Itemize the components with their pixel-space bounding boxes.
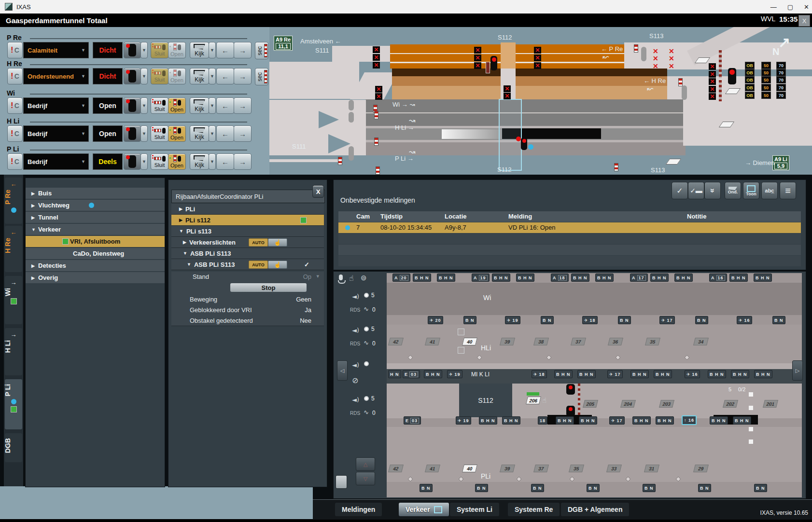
alarm-c-button[interactable]: !C (7, 125, 23, 142)
detail-node-asb-pli-s113[interactable]: ▼ASB PLi S113 (171, 248, 324, 259)
traffic-light-dropdown[interactable]: ▼ (140, 97, 148, 114)
sidebar-tab-hre[interactable]: ←H Re (5, 226, 22, 272)
open-button[interactable]: Open (168, 42, 186, 58)
detector-checkbox[interactable] (458, 329, 464, 335)
sluit-button[interactable]: Sluit (151, 153, 168, 170)
speaker-icon[interactable]: ◄) (352, 327, 359, 334)
minimize-button[interactable]: — (770, 3, 777, 11)
detail-panel-close-button[interactable]: X (312, 185, 324, 198)
tree-item-verkeer[interactable]: ▼Verkeer (26, 224, 165, 235)
toon-button[interactable]: Toon (743, 182, 759, 199)
mode-dropdown[interactable]: Calamiteit▼ (23, 42, 89, 58)
tree-item-vluchtweg[interactable]: ▶Vluchtweg (26, 200, 165, 211)
scroll-down-button[interactable]: ▽ (356, 472, 375, 485)
column-header-notitie[interactable]: Notitie (687, 213, 706, 220)
alarm-c-button[interactable]: !C (7, 42, 23, 58)
kijk-dropdown[interactable]: ▼ (209, 68, 216, 84)
sluit-button[interactable]: Sluit (151, 125, 168, 142)
prev-camera-button[interactable]: ← (216, 97, 234, 114)
mode-dropdown[interactable]: Bedrijf▼ (23, 97, 89, 114)
tree-item-buis[interactable]: ▶Buis (26, 188, 165, 199)
tree-item-overig[interactable]: ▶Overig (26, 272, 165, 283)
column-header-melding[interactable]: Melding (508, 213, 532, 220)
alarm-c-button[interactable]: !C (7, 68, 23, 84)
sidebar-tab-pre[interactable]: ←P Re (5, 178, 22, 224)
detail-node-pli-s113[interactable]: ▼PLi s113 (171, 226, 324, 237)
stand-dropdown-icon[interactable]: ▾ (316, 273, 319, 279)
traffic-light-dropdown[interactable]: ▼ (140, 153, 148, 170)
menu-button[interactable]: ≡ (780, 182, 796, 199)
sluit-button[interactable]: Sluit (151, 68, 168, 84)
detail-node-asb-pli-s113[interactable]: ▼ASB PLi S113AUTO☝✓ (171, 259, 324, 270)
abc-button[interactable]: abc̲ (761, 182, 778, 199)
speaker-icon[interactable]: ◄) (352, 293, 359, 300)
next-camera-button[interactable]: → (234, 68, 252, 84)
traffic-light-button[interactable] (124, 68, 141, 84)
ack-selected-button[interactable]: ✓▬ (688, 182, 704, 199)
alarm-c-button[interactable]: !C (7, 153, 23, 170)
kijk-button[interactable]: Kijk (190, 125, 209, 142)
scroll-right-button[interactable]: ▷ (792, 360, 803, 381)
manual-hand-button[interactable]: ☝ (268, 238, 287, 247)
traffic-light-button[interactable] (124, 153, 141, 170)
speaker-icon[interactable]: ◄) (352, 396, 359, 403)
bottom-tab-verkeer[interactable]: Verkeer (399, 503, 449, 516)
scroll-up-button[interactable]: △ (356, 457, 375, 471)
scroll-left-button[interactable]: ◁ (337, 360, 348, 381)
sluit-button[interactable]: Sluit (151, 42, 168, 58)
column-header-locatie[interactable]: Locatie (445, 213, 467, 220)
next-camera-button[interactable]: → (234, 125, 252, 142)
kijk-dropdown[interactable]: ▼ (209, 153, 216, 170)
detail-node-verkeerslichten[interactable]: ▶VerkeerslichtenAUTO☝ (171, 237, 324, 248)
selected-section-box[interactable] (499, 99, 522, 171)
maximize-button[interactable]: ▢ (787, 3, 793, 11)
kijk-button[interactable]: Kijk (190, 97, 209, 114)
sidebar-tab-dgb[interactable]: DGB (5, 433, 22, 462)
close-button[interactable]: ✕ (804, 3, 809, 11)
traffic-light-dropdown[interactable]: ▼ (140, 68, 148, 84)
traffic-light-button[interactable] (124, 125, 141, 142)
traffic-light-button[interactable] (124, 42, 141, 58)
prev-camera-button[interactable]: ← (216, 153, 234, 170)
traffic-light-dropdown[interactable]: ▼ (140, 125, 148, 142)
s112-section-block[interactable]: S112 (459, 384, 512, 417)
next-camera-button[interactable]: → (234, 153, 252, 170)
kijk-dropdown[interactable]: ▼ (209, 97, 216, 114)
traffic-light-dropdown[interactable]: ▼ (140, 42, 148, 58)
melding-row[interactable]: 708-10-20 15:34:45A9y-8,7VD PLi 16: Open (338, 222, 801, 233)
next-camera-button[interactable]: → (234, 97, 252, 114)
sidebar-tab-wi[interactable]: →Wi (5, 276, 22, 324)
lamp-icon[interactable] (364, 396, 369, 401)
column-header-cam[interactable]: Cam (356, 213, 370, 220)
open-button[interactable]: Open (168, 97, 186, 114)
open-button[interactable]: Open (168, 68, 186, 84)
appbar-close-button[interactable]: X (798, 15, 810, 27)
kijk-dropdown[interactable]: ▼ (209, 125, 216, 142)
sluit-button[interactable]: Sluit (151, 97, 168, 114)
column-header-tijdstip[interactable]: Tijdstip (380, 213, 403, 220)
badge-icon[interactable]: ⊚ (361, 274, 367, 282)
lamp-icon[interactable] (364, 327, 369, 331)
alarm-c-button[interactable]: !C (7, 97, 23, 114)
tree-item-detecties[interactable]: ▶Detecties (26, 260, 165, 271)
hand-icon[interactable]: ☝ (349, 274, 354, 283)
kijk-button[interactable]: Kijk (190, 153, 209, 170)
lamp-icon[interactable] (364, 293, 369, 298)
tree-item-vri[interactable]: VRI, Afsluitboom (26, 236, 165, 247)
stop-button[interactable]: Stop (230, 283, 307, 292)
kijk-button[interactable]: Kijk (190, 42, 209, 58)
corner-button[interactable] (336, 475, 347, 489)
detector-checkbox[interactable] (458, 347, 464, 354)
bottom-tab-meldingen[interactable]: Meldingen (335, 503, 382, 516)
bottom-tab-dgb---algemeen[interactable]: DGB + Algemeen (561, 503, 629, 516)
sec-button[interactable]: sec (255, 68, 268, 85)
bottom-tab-systeem-li[interactable]: Systeem Li (450, 503, 499, 516)
mic-icon[interactable] (339, 275, 343, 280)
ond-button[interactable]: Ond. (725, 182, 741, 199)
sec-button[interactable]: sec (255, 42, 268, 59)
tree-item-tunnel[interactable]: ▶Tunnel (26, 212, 165, 223)
mode-dropdown[interactable]: Bedrijf▼ (23, 125, 89, 142)
ack-all-button[interactable]: » (704, 182, 721, 199)
prev-camera-button[interactable]: ← (216, 42, 234, 58)
tree-item-cado[interactable]: CaDo, Dienstweg (26, 248, 165, 259)
